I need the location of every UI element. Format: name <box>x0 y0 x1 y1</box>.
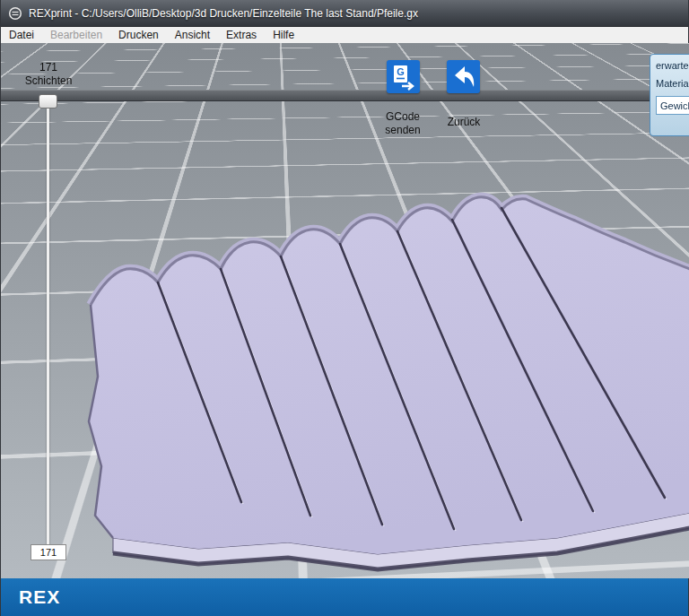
material-label: Materia <box>656 78 689 89</box>
footer-bar: REX <box>1 578 688 616</box>
app-window: REXprint - C:/Users/OlliB/Desktop/3d Dru… <box>0 0 689 616</box>
layer-slider-track[interactable] <box>47 108 49 547</box>
menu-extras[interactable]: Extras <box>218 27 265 43</box>
menu-bearbeiten[interactable]: Bearbeiten <box>42 27 110 43</box>
brand-logo: REX <box>19 586 60 608</box>
gcode-document-icon: G <box>387 60 420 93</box>
gcode-send-button[interactable]: G <box>387 60 420 93</box>
svg-text:G: G <box>397 66 405 77</box>
model-3d <box>1 43 689 578</box>
layer-count-value: 171 <box>10 61 87 74</box>
back-button-label: Zurück <box>437 116 491 129</box>
weight-button[interactable]: Gewich <box>656 96 689 115</box>
menu-bar: Datei Bearbeiten Drucken Ansicht Extras … <box>1 27 688 44</box>
title-bar[interactable]: REXprint - C:/Users/OlliB/Desktop/3d Dru… <box>1 0 688 27</box>
window-title: REXprint - C:/Users/OlliB/Desktop/3d Dru… <box>29 7 418 20</box>
gcode-send-label-line2: senden <box>371 124 434 137</box>
expected-print-info-label: erwarte <box>656 60 689 71</box>
layer-count-label: Schichten <box>10 74 87 87</box>
layer-slider-value-box: 171 <box>31 544 66 560</box>
menu-drucken[interactable]: Drucken <box>110 27 167 43</box>
horizontal-divider-bar <box>1 90 688 101</box>
menu-datei[interactable]: Datei <box>1 27 42 43</box>
back-button[interactable] <box>447 60 480 93</box>
viewport-3d[interactable] <box>1 43 689 578</box>
gcode-send-label-line1: GCode <box>371 110 434 124</box>
menu-hilfe[interactable]: Hilfe <box>265 27 302 43</box>
layer-slider-thumb[interactable] <box>39 94 57 108</box>
app-icon <box>8 6 22 21</box>
print-info-panel: erwarte Materia Gewich <box>650 54 689 136</box>
back-arrow-icon <box>447 60 480 93</box>
model-top-surface <box>89 197 689 554</box>
menu-ansicht[interactable]: Ansicht <box>167 27 218 43</box>
